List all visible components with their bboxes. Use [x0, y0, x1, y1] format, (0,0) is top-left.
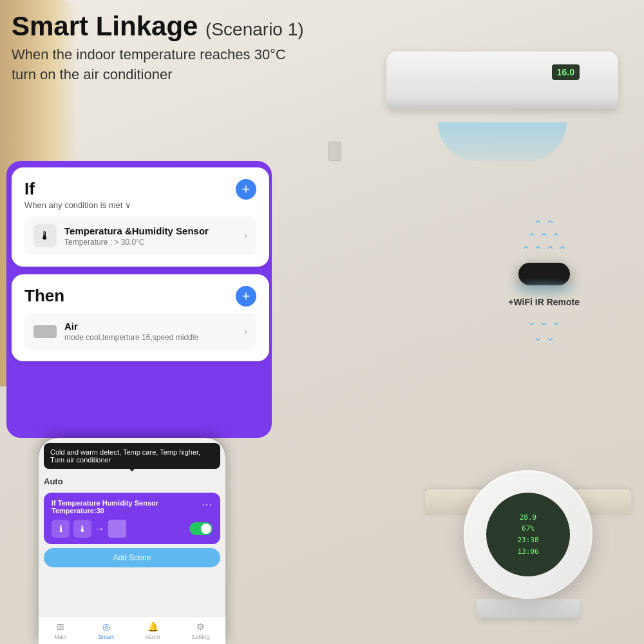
hub-glow [512, 282, 576, 295]
then-card-header: Then + [24, 286, 256, 307]
ac-vent [386, 97, 618, 109]
nav-smart[interactable]: ◎ Smart [99, 621, 114, 640]
sensor-item[interactable]: 🌡 Temperatura &Humidity Sensor Temperatu… [24, 216, 256, 255]
arrow-row-1: ⌃ ⌃ [533, 219, 555, 231]
sensor-name: Temperatura &Humidity Sensor [64, 225, 244, 236]
ac-display: 16.0 [552, 64, 580, 80]
nav-smart-label: Smart [99, 634, 114, 640]
add-scene-button[interactable]: Add Scene [44, 548, 220, 567]
phone-tooltip: Cold and warm detect, Temp care, Temp hi… [44, 443, 220, 469]
humidity-reading: 67% [522, 523, 535, 535]
thermostat-body: 28.9 67% 23:38 13:06 [464, 470, 592, 599]
setting-icon: ⚙ [195, 621, 207, 632]
phone-screen: Cold and warm detect, Temp care, Temp hi… [39, 438, 225, 644]
sensor-text: Temperatura &Humidity Sensor Temperature… [64, 225, 244, 247]
if-add-button[interactable]: + [236, 179, 256, 200]
arrows-down: ⌃ ⌃ ⌃ ⌃ ⌃ [508, 314, 580, 343]
thermostat-base [477, 599, 580, 618]
chevron-up-icon: ⌃ [558, 245, 567, 256]
chevron-up-icon: ⌃ [551, 232, 561, 243]
wall-outlet [328, 142, 341, 161]
info-icon-box: ℹ [52, 520, 70, 538]
chevron-down-icon: ⌃ [533, 329, 543, 343]
air-text: Air mode cool,temperture 16,speed middle [64, 321, 244, 342]
nav-setting[interactable]: ⚙ Setting [192, 621, 210, 640]
temp-reading: 28.9 [520, 512, 537, 524]
nav-alarm-label: Alarm [145, 634, 160, 640]
nav-alarm[interactable]: 🔔 Alarm [145, 621, 160, 640]
ir-remote-section: ⌃ ⌃ ⌃ ⌃ ⌃ ⌃ ⌃ ⌃ ⌃ +WiFi IR Remote ⌃ ⌃ ⌃ … [508, 219, 580, 343]
thermostat-device: 28.9 67% 23:38 13:06 [464, 470, 592, 618]
sensor-detail: Temperature : > 30.0°C [64, 238, 244, 247]
ac-body: 16.0 [386, 52, 618, 109]
if-card: If When any condition is met ∨ + 🌡 Tempe… [12, 167, 269, 267]
sensor-arrow-icon: › [244, 230, 247, 242]
chevron-down-icon: ⌃ [527, 314, 536, 328]
subtitle-line2: turn on the air conditioner [12, 65, 304, 85]
home-icon: ⊞ [55, 621, 66, 632]
chevron-up-icon: ⌃ [545, 245, 555, 256]
header: Smart Linkage (Scenario 1) When the indo… [12, 12, 304, 85]
nav-main-label: Main [54, 634, 67, 640]
phone-mockup: Cold and warm detect, Temp care, Temp hi… [39, 438, 225, 644]
thermostat-screen: 28.9 67% 23:38 13:06 [486, 493, 570, 576]
chevron-up-icon: ⌃ [539, 232, 549, 243]
nav-setting-label: Setting [192, 634, 210, 640]
chevron-up-icon: ⌃ [545, 219, 555, 231]
sensor-icon: 🌡 [33, 224, 57, 247]
chevron-up-icon: ⌃ [533, 219, 543, 231]
then-add-button[interactable]: + [236, 286, 256, 307]
phone-automation-card[interactable]: If Temperature Humidity Sensor Temperatu… [44, 493, 220, 544]
air-icon [33, 325, 57, 338]
phone-nav: ⊞ Main ◎ Smart 🔔 Alarm ⚙ Setting [39, 616, 225, 644]
if-subtitle-arrow: ∨ [125, 200, 131, 210]
page-subtitle: When the indoor temperature reaches 30°C… [12, 45, 304, 85]
ir-remote-label: +WiFi IR Remote [508, 297, 580, 307]
more-options-icon[interactable]: ··· [202, 499, 213, 511]
ir-hub [518, 263, 570, 285]
automation-toggle[interactable] [189, 522, 213, 535]
ac-airflow [438, 122, 567, 161]
if-card-header: If When any condition is met ∨ + [24, 179, 256, 210]
temp-icon-box: 🌡 [73, 520, 91, 538]
scenario-label: (Scenario 1) [205, 19, 304, 39]
if-card-title: If [24, 179, 131, 199]
chevron-up-icon: ⌃ [533, 245, 543, 256]
if-subtitle-text: When any condition is met [24, 200, 122, 210]
arrow-right-icon: → [95, 524, 104, 534]
chevron-up-icon: ⌃ [521, 245, 531, 256]
air-conditioner: 16.0 [380, 52, 625, 129]
page-title: Smart Linkage (Scenario 1) [12, 12, 304, 41]
arrow-row-2: ⌃ ⌃ ⌃ [527, 232, 561, 243]
cards-container: If When any condition is met ∨ + 🌡 Tempe… [12, 167, 269, 369]
alarm-icon: 🔔 [147, 621, 158, 632]
chevron-up-icon: ⌃ [527, 232, 536, 243]
air-device-detail: mode cool,temperture 16,speed middle [64, 333, 244, 342]
if-card-subtitle[interactable]: When any condition is met ∨ [24, 200, 131, 210]
automation-title: If Temperature Humidity Sensor Temperatu… [52, 499, 202, 515]
arrow-down-row-2: ⌃ ⌃ [533, 329, 555, 343]
air-arrow-icon: › [244, 326, 247, 337]
nav-main[interactable]: ⊞ Main [54, 621, 67, 640]
time-reading-2: 13:06 [517, 546, 538, 558]
phone-auto-label: Auto [44, 474, 220, 489]
then-card: Then + Air mode cool,temperture 16,speed… [12, 274, 269, 361]
device-icon-box [108, 520, 126, 538]
chevron-down-icon: ⌃ [551, 314, 561, 328]
title-main: Smart Linkage [12, 11, 198, 41]
then-card-title: Then [24, 286, 64, 306]
chevron-down-icon: ⌃ [545, 329, 555, 343]
arrows-up: ⌃ ⌃ ⌃ ⌃ ⌃ ⌃ ⌃ ⌃ ⌃ [508, 219, 580, 256]
automation-icons-row: ℹ 🌡 → [52, 520, 213, 538]
arrow-down-row-1: ⌃ ⌃ ⌃ [527, 314, 561, 328]
arrow-row-3: ⌃ ⌃ ⌃ ⌃ [521, 245, 567, 256]
chevron-down-icon: ⌃ [539, 314, 549, 328]
air-device-name: Air [64, 321, 244, 332]
smart-icon: ◎ [100, 621, 112, 632]
air-item[interactable]: Air mode cool,temperture 16,speed middle… [24, 313, 256, 350]
time-reading-1: 23:38 [517, 535, 538, 546]
if-card-title-section: If When any condition is met ∨ [24, 179, 131, 210]
subtitle-line1: When the indoor temperature reaches 30°C [12, 45, 304, 65]
